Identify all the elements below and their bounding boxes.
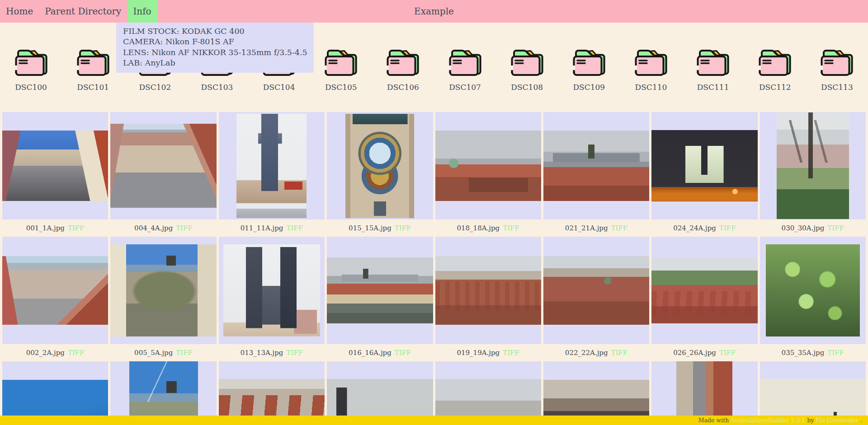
photo-thumbnail-013_13A.jpg[interactable] (219, 237, 325, 344)
folder-label: DSC107 (449, 83, 481, 92)
photo-filename: 015_15A.jpg (349, 224, 392, 232)
photo-filename: 011_11A.jpg (241, 224, 283, 232)
tiff-link[interactable]: TIFF (503, 224, 519, 232)
folder-dsc113[interactable]: DSC113 (806, 47, 868, 92)
folder-icon (633, 47, 669, 79)
photo-thumbnail-016_16A.jpg[interactable] (327, 237, 433, 344)
tiff-link[interactable]: TIFF (611, 224, 628, 232)
photo-image (327, 257, 433, 323)
folder-dsc108[interactable]: DSC108 (496, 47, 558, 92)
folder-dsc112[interactable]: DSC112 (744, 47, 806, 92)
photo-image (435, 131, 541, 201)
tiff-link[interactable]: TIFF (827, 349, 844, 357)
folder-dsc101[interactable]: DSC101 (62, 47, 124, 92)
folder-icon (385, 47, 421, 79)
tiff-link[interactable]: TIFF (827, 224, 844, 232)
folder-label: DSC108 (511, 83, 543, 92)
tiff-link[interactable]: TIFF (176, 349, 193, 357)
photo-filename: 024_24A.jpg (673, 224, 716, 232)
tiff-link[interactable]: TIFF (611, 349, 628, 357)
tiff-link[interactable]: TIFF (286, 349, 303, 357)
photo-image (543, 256, 649, 325)
tiff-link[interactable]: TIFF (719, 224, 736, 232)
tiff-link[interactable]: TIFF (395, 349, 411, 357)
folder-dsc109[interactable]: DSC109 (558, 47, 620, 92)
folder-dsc107[interactable]: DSC107 (434, 47, 496, 92)
folder-icon (571, 47, 607, 79)
photo-image (777, 112, 849, 219)
tiff-link[interactable]: TIFF (286, 224, 303, 232)
photo-filename: 016_16A.jpg (349, 349, 392, 357)
info-panel: FILM STOCK: KODAK GC 400CAMERA: Nikon F-… (116, 23, 314, 73)
photo-thumbnail-019_19A.jpg[interactable] (435, 237, 541, 344)
folder-dsc106[interactable]: DSC106 (372, 47, 434, 92)
nav-item-parent-directory[interactable]: Parent Directory (39, 0, 127, 23)
photo-caption: 011_11A.jpgTIFF (219, 220, 325, 237)
gallery-grid: 001_1A.jpgTIFF004_4A.jpgTIFF011_11A.jpgT… (2, 112, 866, 425)
photo-thumbnail-021_21A.jpg[interactable] (543, 112, 649, 220)
folder-label: DSC110 (635, 83, 667, 92)
photo-filename: 002_2A.jpg (26, 349, 65, 357)
gallery-cell: 030_30A.jpgTIFF (760, 112, 866, 237)
folder-label: DSC112 (759, 83, 791, 92)
photo-thumbnail-004_4A.jpg[interactable] (110, 112, 216, 220)
folder-dsc100[interactable]: DSC100 (0, 47, 62, 92)
tiff-link[interactable]: TIFF (68, 224, 85, 232)
nav-item-info[interactable]: Info (127, 0, 157, 23)
photo-filename: 018_18A.jpg (457, 224, 500, 232)
tiff-link[interactable]: TIFF (176, 224, 193, 232)
photo-filename: 026_26A.jpg (673, 349, 716, 357)
tiff-link[interactable]: TIFF (719, 349, 736, 357)
photo-image (223, 244, 320, 336)
photo-caption: 030_30A.jpgTIFF (760, 220, 866, 237)
photo-caption: 018_18A.jpgTIFF (435, 220, 541, 237)
photo-image (435, 256, 541, 325)
folder-dsc110[interactable]: DSC110 (620, 47, 682, 92)
footer-builder-link[interactable]: StaticGalleryBuilder 2.3.1 (731, 417, 807, 424)
photo-caption: 026_26A.jpgTIFF (651, 344, 757, 361)
gallery-cell: 005_5A.jpgTIFF (110, 237, 216, 361)
photo-thumbnail-015_15A.jpg[interactable] (327, 112, 433, 220)
photo-thumbnail-035_35A.jpg[interactable] (760, 237, 866, 344)
photo-thumbnail-018_18A.jpg[interactable] (435, 112, 541, 220)
footer-author-link[interactable]: Flo Greistorfer (816, 417, 860, 424)
photo-thumbnail-002_2A.jpg[interactable] (2, 237, 108, 344)
gallery-cell: 011_11A.jpgTIFF (219, 112, 325, 237)
photo-image (236, 114, 307, 218)
nav-item-home[interactable]: Home (0, 0, 39, 23)
photo-thumbnail-005_5A.jpg[interactable] (110, 237, 216, 344)
folder-dsc105[interactable]: DSC105 (310, 47, 372, 92)
photo-caption: 021_21A.jpgTIFF (543, 220, 649, 237)
photo-caption: 016_16A.jpgTIFF (327, 344, 433, 361)
gallery-cell: 019_19A.jpgTIFF (435, 237, 541, 361)
photo-thumbnail-024_24A.jpg[interactable] (651, 112, 757, 220)
photo-image (651, 130, 757, 201)
tiff-link[interactable]: TIFF (68, 349, 85, 357)
folder-label: DSC102 (139, 83, 171, 92)
tiff-link[interactable]: TIFF (395, 224, 411, 232)
photo-filename: 013_13A.jpg (241, 349, 283, 357)
photo-thumbnail-001_1A.jpg[interactable] (2, 112, 108, 220)
photo-filename: 021_21A.jpg (565, 224, 608, 232)
gallery-cell: 004_4A.jpgTIFF (110, 112, 216, 237)
photo-filename: 004_4A.jpg (134, 224, 173, 232)
folder-label: DSC100 (15, 83, 47, 92)
tiff-link[interactable]: TIFF (503, 349, 519, 357)
photo-thumbnail-022_22A.jpg[interactable] (543, 237, 649, 344)
folder-label: DSC103 (201, 83, 233, 92)
photo-caption: 019_19A.jpgTIFF (435, 344, 541, 361)
photo-filename: 035_35A.jpg (782, 349, 825, 357)
photo-thumbnail-011_11A.jpg[interactable] (219, 112, 325, 220)
info-line: FILM STOCK: KODAK GC 400 (123, 26, 307, 37)
gallery-cell: 001_1A.jpgTIFF (2, 112, 108, 237)
photo-thumbnail-026_26A.jpg[interactable] (651, 237, 757, 344)
photo-filename: 001_1A.jpg (26, 224, 65, 232)
folder-label: DSC111 (697, 83, 729, 92)
photo-thumbnail-030_30A.jpg[interactable] (760, 112, 866, 220)
folder-dsc111[interactable]: DSC111 (682, 47, 744, 92)
folder-icon (819, 47, 855, 79)
folder-label: DSC101 (77, 83, 109, 92)
info-line: LENS: Nikon AF NIKKOR 35-135mm f/3.5-4.5 (123, 47, 307, 58)
photo-filename: 030_30A.jpg (782, 224, 825, 232)
gallery-cell: 013_13A.jpgTIFF (219, 237, 325, 361)
